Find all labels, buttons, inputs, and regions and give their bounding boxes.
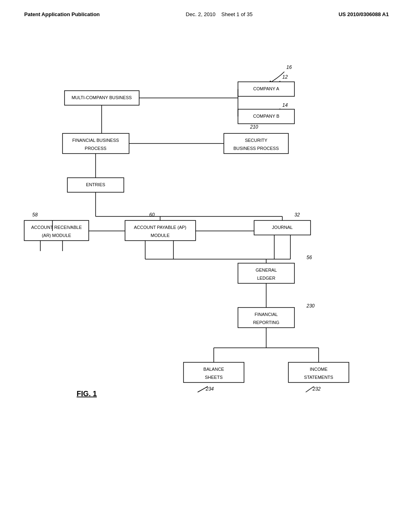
ref-60: 60 <box>149 212 155 218</box>
income-statements-label-2: STATEMENTS <box>304 375 333 380</box>
ar-module-label-1: ACCOUNT RECEIVABLE <box>31 225 82 230</box>
company-b-label: COMPANY B <box>253 114 280 118</box>
income-statements-label-1: INCOME <box>310 367 327 372</box>
ar-module-label-2: (AR) MODULE <box>42 233 71 238</box>
security-bp-label-2: BUSINESS PROCESS <box>234 146 279 151</box>
ref-16: 16 <box>286 64 292 70</box>
ref-56: 56 <box>307 255 312 260</box>
company-a-label: COMPANY A <box>253 86 280 91</box>
balance-sheets-label-2: SHEETS <box>205 375 223 380</box>
general-ledger-label-1: GENERAL <box>256 268 277 272</box>
ap-module-label-1: ACCOUNT PAYABLE (AP) <box>134 225 186 230</box>
fig-label: FIG. 1 <box>77 390 97 398</box>
header-center: Dec. 2, 2010 Sheet 1 of 35 <box>186 11 253 17</box>
ref-14: 14 <box>282 102 288 108</box>
page-header: Patent Application Publication Dec. 2, 2… <box>0 0 413 17</box>
balance-sheets-label-1: BALANCE <box>203 367 224 372</box>
financial-bp-label-1: FINANCIAL BUSINESS <box>72 138 119 143</box>
entries-label: ENTRIES <box>86 182 105 187</box>
diagram-area: 16 12 COMPANY A 14 COMPANY B MULTI-COMPA… <box>0 25 413 509</box>
ref-230: 230 <box>306 303 315 309</box>
ap-module-label-2: MODULE <box>150 233 169 238</box>
financial-bp-label-2: PROCESS <box>85 146 106 151</box>
multi-company-label: MULTI-COMPANY BUSINESS <box>71 95 131 100</box>
ref-58: 58 <box>32 212 38 218</box>
financial-reporting-label-2: REPORTING <box>253 320 279 325</box>
header-left: Patent Application Publication <box>24 11 100 17</box>
financial-reporting-label-1: FINANCIAL <box>254 312 277 317</box>
diagram-svg: 16 12 COMPANY A 14 COMPANY B MULTI-COMPA… <box>0 25 413 509</box>
security-bp-label-1: SECURITY <box>245 138 267 143</box>
header-right: US 2010/0306088 A1 <box>338 11 389 17</box>
journal-label: JOURNAL <box>272 225 292 230</box>
general-ledger-label-2: LEDGER <box>257 276 275 281</box>
ref-12: 12 <box>282 74 288 80</box>
ref-210: 210 <box>250 124 258 130</box>
ref-32: 32 <box>294 212 300 218</box>
